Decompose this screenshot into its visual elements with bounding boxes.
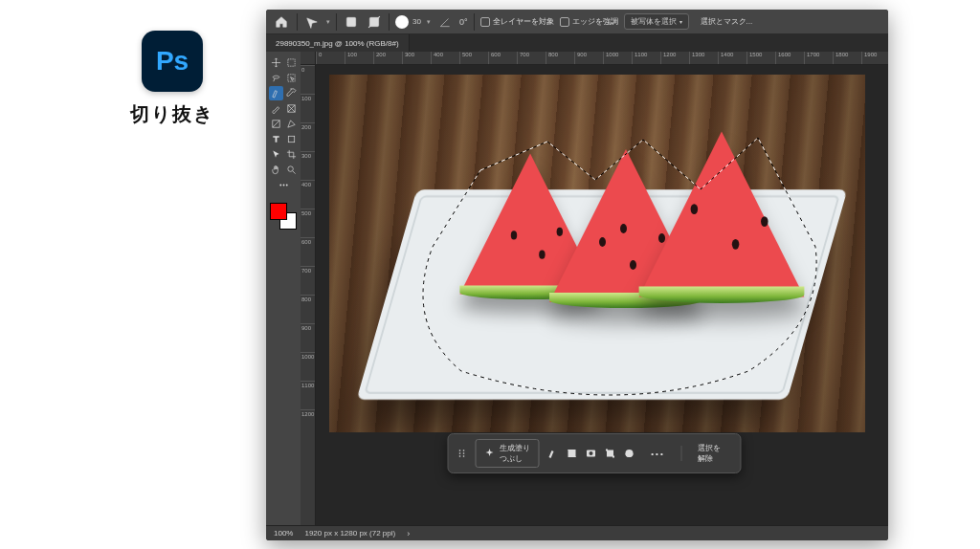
ruler-tick: 500 (301, 209, 315, 237)
drag-handle-icon[interactable] (457, 448, 468, 459)
path-select-tool[interactable] (269, 147, 283, 162)
transform-icon[interactable] (604, 448, 615, 459)
options-bar: ▾ 30 ▾ 0° 全レイヤーを対象 エッジを強調 被写体を選択 ▾ 選択とマス… (266, 10, 888, 34)
ruler-tick: 1200 (660, 52, 689, 64)
sample-all-layers-label: 全レイヤーを対象 (493, 16, 554, 27)
home-button[interactable] (272, 13, 291, 31)
vertical-ruler[interactable]: 0100200300400500600700800900100011001200 (301, 65, 316, 525)
svg-point-20 (589, 451, 592, 455)
chevron-right-icon[interactable]: › (407, 529, 410, 538)
ruler-tick: 900 (574, 52, 603, 64)
color-swatches[interactable] (270, 203, 297, 230)
horizontal-ruler[interactable]: 0100200300400500600700800900100011001200… (316, 52, 888, 65)
ruler-tick: 1300 (689, 52, 718, 64)
ruler-tick: 1100 (632, 52, 660, 64)
ruler-tick: 800 (301, 295, 315, 323)
document-tab-bar: 29890350_m.jpg @ 100% (RGB/8#) (266, 34, 888, 52)
ruler-tick: 1500 (746, 52, 775, 64)
status-bar: 100% 1920 px x 1280 px (72 ppi) › (266, 525, 888, 540)
photoshop-app-icon-text: Ps (156, 46, 189, 77)
brush-preview-icon[interactable] (395, 15, 409, 29)
lasso-tool[interactable] (269, 71, 283, 85)
caret-down-icon: ▾ (679, 18, 682, 25)
tool-preset-icon[interactable] (303, 13, 321, 31)
svg-point-9 (279, 185, 281, 187)
ruler-tick: 100 (345, 52, 373, 64)
frame-tool[interactable] (284, 101, 299, 116)
gradient-tool[interactable] (269, 117, 283, 131)
svg-rect-3 (287, 59, 294, 66)
contextual-task-bar: 生成塗りつぶし ••• 選択を解除 (448, 433, 742, 473)
crop-tool[interactable] (284, 147, 299, 162)
more-options-button[interactable]: ••• (642, 446, 673, 462)
mask-icon[interactable] (585, 448, 596, 459)
svg-point-17 (463, 455, 465, 457)
zoom-level[interactable]: 100% (274, 529, 293, 538)
ruler-tick: 900 (301, 323, 315, 352)
ruler-tick: 200 (301, 122, 315, 151)
svg-point-10 (282, 185, 284, 187)
divider (474, 13, 475, 31)
generative-fill-label: 生成塗りつぶし (500, 443, 531, 464)
quick-selection-tool[interactable] (269, 86, 283, 100)
svg-rect-7 (288, 136, 294, 142)
sample-all-layers-checkbox[interactable]: 全レイヤーを対象 (480, 16, 554, 27)
edit-toolbar-button[interactable] (277, 178, 291, 192)
eyedropper-tool[interactable] (284, 86, 299, 100)
select-subject-button[interactable]: 被写体を選択 ▾ (624, 13, 689, 30)
invert-selection-icon[interactable] (566, 448, 577, 459)
brush-tool[interactable] (269, 101, 283, 116)
shape-tool[interactable] (284, 132, 299, 146)
svg-point-12 (459, 450, 461, 451)
foreground-color-swatch[interactable] (270, 203, 287, 220)
ruler-tick: 600 (488, 52, 517, 64)
move-tool[interactable] (269, 55, 283, 70)
add-selection-icon[interactable] (343, 13, 360, 31)
brush-size-value[interactable]: 30 (412, 17, 421, 26)
ruler-tick: 700 (517, 52, 546, 64)
sparkle-icon (484, 448, 496, 459)
ruler-tick: 600 (301, 237, 315, 266)
deselect-button[interactable]: 選択を解除 (689, 439, 732, 468)
subtract-selection-icon[interactable] (366, 13, 383, 31)
enhance-edge-label: エッジを強調 (572, 16, 618, 27)
modify-selection-icon[interactable] (546, 448, 558, 459)
ruler-tick: 0 (301, 65, 315, 94)
ruler-tick: 400 (431, 52, 459, 64)
ruler-origin[interactable] (301, 52, 316, 65)
brush-angle-value[interactable]: 0° (459, 17, 468, 27)
svg-rect-23 (612, 456, 614, 458)
hand-tool[interactable] (269, 163, 283, 177)
divider (336, 13, 337, 31)
image-watermelon-slice (639, 132, 805, 297)
marquee-tool[interactable] (284, 55, 299, 70)
ruler-tick: 200 (373, 52, 402, 64)
svg-point-13 (459, 452, 461, 454)
svg-rect-0 (346, 17, 355, 26)
svg-rect-4 (287, 75, 294, 81)
ruler-tick: 1600 (775, 52, 804, 64)
zoom-tool[interactable] (284, 163, 299, 177)
divider (681, 446, 682, 461)
enhance-edge-checkbox[interactable]: エッジを強調 (560, 16, 618, 27)
document-tab[interactable]: 29890350_m.jpg @ 100% (RGB/8#) (266, 34, 410, 52)
pen-tool[interactable] (284, 117, 299, 131)
ruler-tick: 1700 (804, 52, 833, 64)
photoshop-window: ▾ 30 ▾ 0° 全レイヤーを対象 エッジを強調 被写体を選択 ▾ 選択とマス… (266, 10, 888, 540)
generative-fill-button[interactable]: 生成塗りつぶし (476, 439, 540, 468)
document-canvas[interactable] (329, 75, 865, 432)
deselect-label: 選択を解除 (698, 443, 724, 464)
ruler-tick: 100 (301, 94, 315, 122)
svg-point-15 (463, 450, 465, 451)
fill-icon[interactable] (623, 448, 635, 459)
ruler-tick: 1800 (833, 52, 861, 64)
ruler-tick: 400 (301, 180, 315, 209)
document-dimensions[interactable]: 1920 px x 1280 px (72 ppi) (304, 529, 395, 538)
select-and-mask-button[interactable]: 選択とマスク... (695, 14, 759, 29)
type-tool[interactable] (269, 132, 283, 146)
ruler-tick: 1200 (301, 409, 315, 438)
ruler-tick: 800 (546, 52, 574, 64)
angle-icon[interactable] (436, 13, 454, 31)
svg-point-16 (463, 452, 465, 454)
object-selection-tool[interactable] (284, 71, 299, 85)
